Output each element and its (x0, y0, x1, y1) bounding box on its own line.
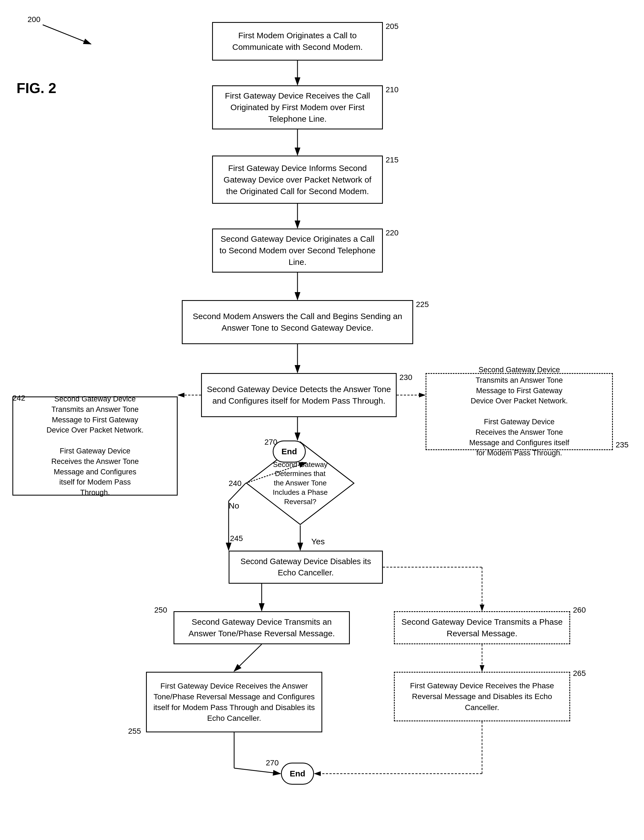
diagram-container: FIG. 2 200 First Modem Originates a Call… (0, 0, 644, 840)
box-265: First Gateway Device Receives the Phase … (394, 672, 570, 721)
ref-215: 215 (386, 156, 399, 164)
ref-230: 230 (399, 373, 412, 382)
box-215: First Gateway Device Informs Second Gate… (212, 156, 383, 204)
ref-270b: 270 (266, 758, 279, 767)
svg-line-23 (43, 25, 91, 44)
box-echo-canceller: Second Gateway Device Disables itsEcho C… (228, 551, 383, 584)
box-250: Second Gateway Device Transmits an Answe… (174, 611, 350, 644)
box-205: First Modem Originates a Call to Communi… (212, 22, 383, 61)
ref-265: 265 (573, 669, 586, 678)
ref-240: 240 (228, 479, 242, 488)
box-230: Second Gateway Device Detects the Answer… (201, 373, 397, 417)
ref-242: 242 (12, 394, 25, 402)
ref-270a: 270 (264, 438, 278, 446)
svg-line-20 (234, 768, 280, 774)
box-235: Second Gateway DeviceTransmits an Answer… (426, 373, 613, 450)
box-242: Second Gateway DeviceTransmits an Answer… (12, 397, 177, 495)
box-255: First Gateway Device Receives the Answer… (146, 672, 322, 732)
end-circle-bottom: End (281, 763, 314, 785)
ref-255: 255 (128, 727, 141, 736)
ref-210: 210 (386, 85, 399, 94)
ref-260: 260 (573, 606, 586, 615)
box-220: Second Gateway Device Originates a Call … (212, 228, 383, 272)
end-circle-top: End (273, 441, 306, 463)
ref-220: 220 (386, 228, 399, 237)
ref-235: 235 (616, 441, 629, 450)
no-label: No (228, 501, 239, 510)
box-225: Second Modem Answers the Call and Begins… (182, 300, 413, 344)
box-260: Second Gateway Device Transmits a Phase … (394, 611, 570, 644)
ref-250: 250 (154, 606, 167, 615)
ref-245: 245 (230, 534, 243, 543)
yes-label: Yes (311, 537, 325, 546)
ref-200: 200 (28, 15, 41, 24)
fig-label: FIG. 2 (16, 80, 56, 96)
svg-line-17 (234, 644, 262, 671)
box-210: First Gateway Device Receives the Call O… (212, 85, 383, 130)
ref-225: 225 (416, 300, 429, 309)
ref-205: 205 (386, 22, 399, 31)
